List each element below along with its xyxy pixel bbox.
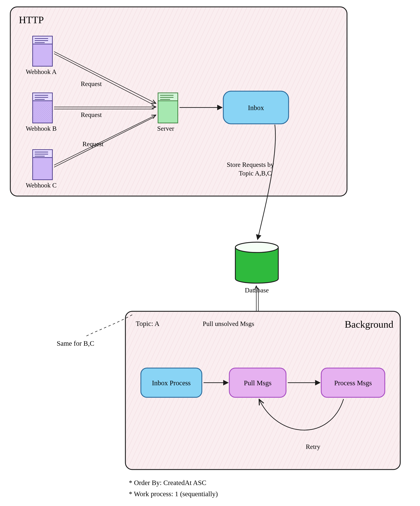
database-label: Database bbox=[245, 286, 269, 294]
http-panel: HTTP Webhook A Webhook B Webhook C Serve… bbox=[10, 7, 347, 239]
topic-label: Topic: A bbox=[136, 320, 159, 327]
process-msgs-node: Process Msgs bbox=[321, 368, 385, 397]
inbox-node: Inbox bbox=[223, 91, 289, 124]
webhook-a-label: Webhook A bbox=[26, 68, 57, 75]
background-title: Background bbox=[345, 319, 394, 330]
database-node: Database bbox=[235, 242, 278, 294]
http-title: HTTP bbox=[19, 14, 44, 26]
pull-unsolved-label: Pull unsolved Msgs bbox=[203, 320, 254, 327]
store-label-line1: Store Requests by bbox=[227, 161, 274, 168]
webhook-b-label: Webhook B bbox=[26, 125, 57, 132]
request-b-label: Request bbox=[81, 111, 102, 118]
svg-rect-3 bbox=[10, 7, 347, 196]
inbox-label: Inbox bbox=[248, 104, 264, 112]
request-c-label: Request bbox=[83, 140, 103, 147]
retry-label: Retry bbox=[306, 443, 320, 450]
inbox-process-label: Inbox Process bbox=[152, 379, 191, 387]
note-2: * Work process: 1 (sequentially) bbox=[129, 490, 218, 498]
pull-msgs-label: Pull Msgs bbox=[244, 379, 271, 387]
store-label-line2: Topic A,B,C bbox=[239, 170, 271, 177]
pull-msgs-node: Pull Msgs bbox=[229, 368, 286, 397]
request-a-label: Request bbox=[81, 80, 102, 87]
inbox-process-node: Inbox Process bbox=[141, 368, 202, 397]
same-for-label: Same for B,C bbox=[57, 340, 94, 347]
svg-point-31 bbox=[235, 242, 278, 253]
server-label: Server bbox=[157, 125, 174, 132]
webhook-c-label: Webhook C bbox=[26, 182, 57, 189]
background-panel: Topic: A Background Pull unsolved Msgs S… bbox=[57, 311, 400, 470]
note-1: * Order By: CreatedAt ASC bbox=[129, 479, 206, 486]
process-msgs-label: Process Msgs bbox=[334, 379, 372, 387]
